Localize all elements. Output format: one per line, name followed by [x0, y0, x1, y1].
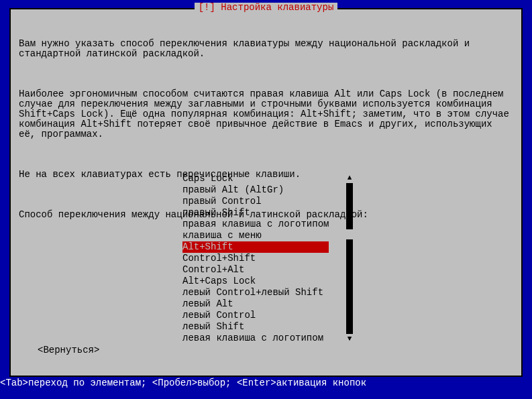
options-list[interactable]: Caps Lockправый Alt (AltGr)правый Contro…: [182, 173, 357, 344]
footer-hints: <Tab>переход по элементам; <Пробел>выбор…: [0, 378, 366, 388]
paragraph-1: Вам нужно указать способ переключения кл…: [19, 39, 513, 59]
scroll-thumb[interactable]: [346, 229, 353, 239]
scrollbar[interactable]: ▲ ▼: [346, 173, 353, 344]
dialog-box: [!] Настройка клавиатуры Вам нужно указа…: [9, 8, 523, 377]
list-item[interactable]: правый Alt (AltGr): [182, 184, 357, 196]
tab-key-hint: <Tab>: [0, 378, 28, 388]
list-item[interactable]: левый Control+левый Shift: [182, 287, 357, 298]
list-item[interactable]: левая клавиша с логотипом: [182, 333, 357, 344]
list-item[interactable]: правый Control: [182, 196, 357, 207]
scroll-up-icon[interactable]: ▲: [346, 173, 353, 183]
list-item[interactable]: Control+Alt: [182, 264, 357, 276]
space-key-hint: <Пробел>: [152, 378, 197, 388]
list-item[interactable]: Caps Lock: [182, 173, 357, 184]
list-item[interactable]: клавиша с меню: [182, 230, 357, 241]
list-item[interactable]: левый Shift: [182, 321, 357, 333]
scroll-track[interactable]: [346, 183, 353, 334]
scroll-down-icon[interactable]: ▼: [346, 334, 353, 344]
paragraph-2: Наиболее эргономичным способом считаются…: [19, 89, 513, 139]
list-item[interactable]: правый Shift: [182, 207, 357, 219]
title-bar: [!] Настройка клавиатуры: [11, 3, 521, 13]
enter-key-hint: <Enter>: [237, 378, 276, 388]
enter-hint-text: активация кнопок: [276, 378, 366, 388]
dialog-title: [!] Настройка клавиатуры: [195, 3, 338, 13]
tab-hint-text: переход по элементам;: [28, 378, 152, 388]
list-item[interactable]: левый Control: [182, 310, 357, 321]
back-button[interactable]: <Вернуться>: [38, 345, 99, 355]
list-item[interactable]: правая клавиша с логотипом: [182, 219, 357, 230]
list-item[interactable]: Alt+Shift: [182, 241, 329, 253]
list-item[interactable]: Alt+Caps Lock: [182, 276, 357, 287]
space-hint-text: выбор;: [197, 378, 237, 388]
list-item[interactable]: левый Alt: [182, 298, 357, 310]
list-item[interactable]: Control+Shift: [182, 253, 357, 264]
